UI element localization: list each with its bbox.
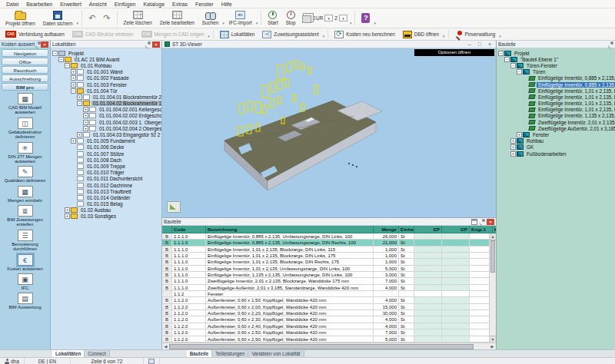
scroll-right-icon[interactable]: ▶	[489, 344, 496, 349]
tree-node[interactable]: +01.01.004.02.003 1. Obergeschoss	[52, 119, 161, 125]
table-row[interactable]: B1.1.1.0Einflügelige Innentür, 1,01 x 2,…	[162, 259, 496, 265]
tree-node[interactable]: +Fenster	[498, 131, 615, 137]
scrollbar-thumb[interactable]	[169, 344, 474, 349]
collapse-icon[interactable]: −	[58, 57, 64, 62]
tree-node-label[interactable]: 01.01.005 Fundament	[85, 138, 137, 144]
sidebar-action-bim-zuweisungen-erstellen[interactable]: ≣BIM Zuweisungen erstellen	[0, 205, 50, 227]
dropdown-caret-icon[interactable]: ▾	[350, 21, 352, 25]
tree-node[interactable]: Zweiflügelige Außentür, 2,01 x 3,185, St…	[498, 125, 615, 131]
expand-icon[interactable]: +	[77, 132, 82, 137]
sidebar-action-bemusterung-durchf-hren[interactable]: ☰Bemusterung durchführen	[0, 230, 50, 252]
expand-icon[interactable]: +	[83, 107, 88, 112]
currency-dropdown[interactable]: ▾	[324, 15, 333, 22]
dropdown-caret-icon[interactable]: ▾	[499, 34, 501, 38]
tree-node[interactable]: −01.01.004 Tür	[52, 88, 161, 94]
tree-node[interactable]: −Projekt	[52, 50, 161, 56]
menu-hilfe[interactable]: Hilfe	[218, 2, 236, 7]
tree-node[interactable]: 01.01.010 Träger	[52, 170, 161, 176]
table-row[interactable]: B1.1.1.0Einflügelige Innentür, 1,01 x 2,…	[162, 247, 496, 253]
read-cad-structure-button[interactable]: CADCAD-Struktur einlesen	[68, 28, 138, 40]
collapse-icon[interactable]: −	[77, 101, 82, 106]
expand-icon[interactable]: +	[83, 120, 88, 125]
dropdown-caret-icon[interactable]: ▾	[256, 21, 258, 25]
column-header-b[interactable]	[162, 226, 172, 233]
sidebar-action-ifc[interactable]: ▣IFC	[0, 273, 50, 290]
tree-node-label[interactable]: 01.01.004.02.002 Erdgeschoss	[98, 113, 161, 118]
expand-icon[interactable]: +	[510, 138, 516, 144]
tree-node-label[interactable]: Fußbodenarbeiten	[525, 151, 567, 157]
menu-kataloge[interactable]: Kataloge	[139, 2, 168, 7]
column-header-Einheit[interactable]: Einheit	[399, 226, 414, 233]
table-tab-teilleistungen[interactable]: Teilleistungen	[212, 350, 248, 357]
redo-button[interactable]: ↷	[99, 9, 114, 27]
menu-einfügen[interactable]: Einfügen	[111, 2, 140, 7]
tree-node-label[interactable]: 01.01.004.03 Eingangstür 92 2 21	[91, 132, 161, 137]
sidebar-action-geb-udestruktur-definieren[interactable]: ◫Gebäudestruktur definieren	[0, 117, 50, 140]
table-row[interactable]: B1.1.2.0Außenfenster, 0,60 x 2,20, Kippf…	[162, 310, 496, 316]
tree-node[interactable]: +01.02 Ausbau	[52, 207, 161, 213]
tree-node-label[interactable]: 01.01.003 Fenster	[85, 82, 128, 88]
sidebar-action-cad-bim-modell-auswerten[interactable]: ▦CAD BIM Modell auswerten	[0, 93, 50, 115]
column-header-EP[interactable]: EP	[414, 226, 442, 233]
column-header-Kngr.1[interactable]: Kngr.1	[470, 226, 493, 233]
dropdown-caret-icon[interactable]: ▾	[443, 34, 445, 38]
tree-node[interactable]: Einflügelige Innentür, 0,885 x 2,135, Um…	[498, 75, 615, 81]
collapse-icon[interactable]: −	[517, 69, 522, 74]
tree-node[interactable]: 01.01.012 Dachrinne	[52, 182, 161, 188]
options-open-button[interactable]: Optionen öffnen	[414, 49, 494, 56]
assignment-wizard-button[interactable]: Zuweisungsassistent	[258, 28, 322, 40]
expand-icon[interactable]: +	[510, 144, 516, 150]
menu-datei[interactable]: Datei	[2, 2, 22, 7]
open-project-button[interactable]: Projekt öffnen	[2, 9, 39, 27]
tree-node[interactable]: 01.01.015 Belag	[52, 201, 161, 207]
scroll-left-icon[interactable]: ◀	[162, 344, 169, 349]
table-tab-variablen-von-lokalit-t[interactable]: Variablen von Lokalität	[248, 350, 304, 357]
column-header-Code[interactable]: Code	[172, 226, 206, 233]
localities-button[interactable]: Lokalitäten	[216, 28, 258, 40]
view-axis-button[interactable]	[167, 201, 181, 213]
table-tab-bauteile[interactable]: Bauteile	[187, 350, 213, 357]
tree-node[interactable]: Einflügelige Innentür, 1,01 x 2,135, Umf…	[498, 107, 615, 113]
start-button[interactable]: Start	[264, 9, 281, 27]
tree-node[interactable]: −"Bauteil Ebene 1"	[498, 56, 615, 62]
tree-node[interactable]: +01.01.005 Fundament	[52, 138, 161, 144]
tree-node-label[interactable]: 01.01.010 Träger	[85, 170, 126, 175]
expand-icon[interactable]: +	[71, 82, 76, 88]
pin-management-button[interactable]: Pinverwaltung	[451, 28, 500, 40]
tree-node[interactable]: −Türen-Fenster	[498, 62, 615, 68]
tree-node[interactable]: +01.01.004.02.001 Kellergeschoss	[52, 107, 161, 113]
sidebar-tab-office[interactable]: Office	[2, 58, 48, 65]
table-row[interactable]: B1.1.2.0Außenfenster, 0,60 x 2,40, Kippf…	[162, 323, 496, 329]
close-icon[interactable]: ×	[486, 41, 494, 48]
building-3d-model[interactable]	[162, 48, 496, 217]
menu-fenster[interactable]: Fenster	[191, 2, 218, 7]
save-data-button[interactable]: Daten sichern	[39, 9, 77, 27]
tree-node-label[interactable]: 01.01.006 Decke	[85, 144, 125, 150]
tree-node[interactable]: +01.01.004.03 Eingangstür 92 2 21	[52, 131, 161, 137]
language-indicator[interactable]: DE | EN	[25, 358, 71, 364]
tree-node-label[interactable]: Projekt	[513, 51, 531, 56]
dropdown-caret-icon[interactable]: ▾	[222, 21, 224, 25]
table-row[interactable]: B1.1.2.0Außenfenster, 0,60 x 2,30, Kippf…	[162, 316, 496, 323]
table-row[interactable]: B1.1.1.0Einflügelige Innentür, 1,135 x 2…	[162, 272, 496, 278]
tree-node[interactable]: −Türen	[498, 69, 615, 75]
open-dbd-button[interactable]: DBD öffnen	[399, 28, 443, 40]
table-row[interactable]: B1.1.2.0Außenfenster, 0,60 x 2,00, Kippf…	[162, 304, 496, 310]
expand-icon[interactable]: +	[65, 213, 70, 219]
collapse-icon[interactable]: −	[498, 51, 504, 56]
sidebar-tab-navigation[interactable]: Navigation	[2, 49, 48, 57]
tree-node[interactable]: +01.01.001 Wand	[52, 69, 161, 75]
sidebar-action-kosten-auswerten[interactable]: €Kosten auswerten	[0, 254, 50, 271]
table-row[interactable]: B1.1.2.0Außenfenster, 0,60 x 2,90, Kippf…	[162, 336, 496, 342]
tree-node-label[interactable]: Zweiflügelige Innentür, 2,01 x 2,135, Bl…	[537, 120, 615, 125]
tree-node-label[interactable]: Einflügelige Innentür, 0,885 x 2,135, Um…	[537, 82, 615, 88]
expand-icon[interactable]: +	[71, 138, 76, 144]
table-row[interactable]: B1.1.1.0Einflügelige Innentür, 1,01 x 2,…	[162, 253, 496, 259]
tree-node-label[interactable]: 01.01 Rohbau	[79, 63, 113, 68]
collapse-icon[interactable]: −	[510, 63, 516, 68]
pin-icon[interactable]	[145, 41, 151, 48]
stop-button[interactable]: Stop	[282, 9, 300, 27]
sidebar-action-mengen-ermitteln[interactable]: ▦Mengen ermitteln	[0, 186, 50, 203]
recalculate-costs-button[interactable]: Kosten neu berechnen	[331, 28, 398, 40]
minimize-icon[interactable]: –	[466, 41, 474, 48]
